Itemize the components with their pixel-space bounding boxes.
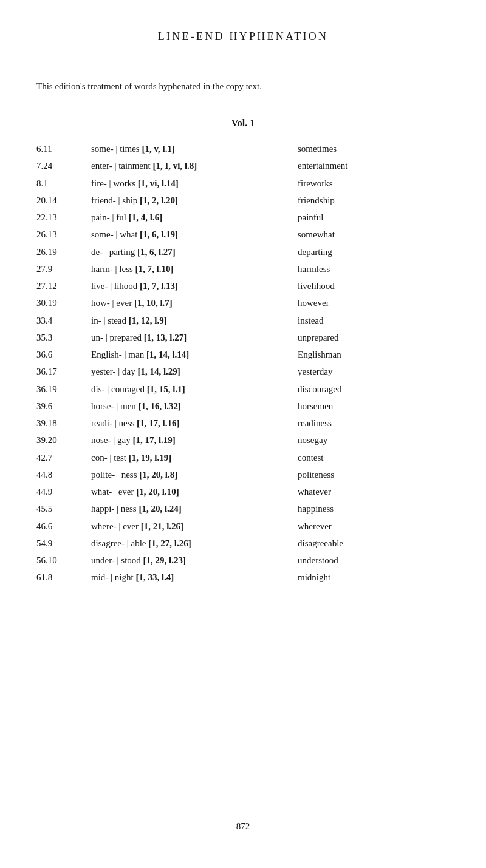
word-cell: somewhat xyxy=(298,226,450,243)
ref-cell: 35.3 xyxy=(36,329,91,346)
hyphen-cell: horse- | men [1, 16, l.32] xyxy=(91,398,298,415)
page-title: LINE-END HYPHENATION xyxy=(36,30,450,43)
hyphen-cell: enter- | tainment [1, I, vi, l.8] xyxy=(91,158,298,175)
hyphen-cell: in- | stead [1, 12, l.9] xyxy=(91,312,298,329)
hyphen-cell: fire- | works [1, vi, l.14] xyxy=(91,175,298,192)
word-cell: yesterday xyxy=(298,364,450,381)
ref-cell: 46.6 xyxy=(36,518,91,535)
table-row: 44.8polite- | ness [1, 20, l.8]politenes… xyxy=(36,466,450,483)
hyphen-cell: what- | ever [1, 20, l.10] xyxy=(91,484,298,501)
table-row: 8.1fire- | works [1, vi, l.14]fireworks xyxy=(36,175,450,192)
ref-cell: 30.19 xyxy=(36,295,91,312)
hyphen-cell: polite- | ness [1, 20, l.8] xyxy=(91,466,298,483)
table-row: 42.7con- | test [1, 19, l.19]contest xyxy=(36,449,450,466)
table-row: 30.19how- | ever [1, 10, l.7]however xyxy=(36,295,450,312)
hyphen-cell: mid- | night [1, 33, l.4] xyxy=(91,569,298,586)
page-number: 872 xyxy=(36,803,450,832)
table-row: 45.5happi- | ness [1, 20, l.24]happiness xyxy=(36,501,450,518)
word-cell: fireworks xyxy=(298,175,450,192)
table-row: 36.17yester- | day [1, 14, l.29]yesterda… xyxy=(36,364,450,381)
table-row: 22.13pain- | ful [1, 4, l.6]painful xyxy=(36,209,450,226)
page: LINE-END HYPHENATION This edition's trea… xyxy=(0,0,486,868)
word-cell: livelihood xyxy=(298,278,450,295)
word-cell: politeness xyxy=(298,466,450,483)
ref-cell: 56.10 xyxy=(36,552,91,569)
hyphen-cell: under- | stood [1, 29, l.23] xyxy=(91,552,298,569)
ref-cell: 42.7 xyxy=(36,449,91,466)
table-row: 46.6where- | ever [1, 21, l.26]wherever xyxy=(36,518,450,535)
ref-cell: 61.8 xyxy=(36,569,91,586)
hyphen-cell: live- | lihood [1, 7, l.13] xyxy=(91,278,298,295)
word-cell: discouraged xyxy=(298,381,450,398)
hyphen-cell: un- | prepared [1, 13, l.27] xyxy=(91,329,298,346)
word-cell: midnight xyxy=(298,569,450,586)
ref-cell: 26.13 xyxy=(36,226,91,243)
ref-cell: 20.14 xyxy=(36,192,91,209)
hyphen-cell: English- | man [1, 14, l.14] xyxy=(91,347,298,364)
word-cell: disagreeable xyxy=(298,535,450,552)
ref-cell: 36.19 xyxy=(36,381,91,398)
word-cell: whatever xyxy=(298,484,450,501)
table-row: 36.19dis- | couraged [1, 15, l.1]discour… xyxy=(36,381,450,398)
table-row: 27.12live- | lihood [1, 7, l.13]liveliho… xyxy=(36,278,450,295)
ref-cell: 36.17 xyxy=(36,364,91,381)
table-row: 61.8mid- | night [1, 33, l.4]midnight xyxy=(36,569,450,586)
ref-cell: 27.9 xyxy=(36,260,91,277)
table-row: 56.10under- | stood [1, 29, l.23]underst… xyxy=(36,552,450,569)
table-row: 20.14friend- | ship [1, 2, l.20]friendsh… xyxy=(36,192,450,209)
word-cell: readiness xyxy=(298,415,450,432)
table-row: 44.9what- | ever [1, 20, l.10]whatever xyxy=(36,484,450,501)
ref-cell: 39.18 xyxy=(36,415,91,432)
ref-cell: 44.9 xyxy=(36,484,91,501)
ref-cell: 27.12 xyxy=(36,278,91,295)
word-cell: departing xyxy=(298,243,450,260)
hyphen-cell: disagree- | able [1, 27, l.26] xyxy=(91,535,298,552)
entry-table: 6.11some- | times [1, v, l.1]sometimes7.… xyxy=(36,141,450,587)
word-cell: contest xyxy=(298,449,450,466)
word-cell: friendship xyxy=(298,192,450,209)
hyphen-cell: con- | test [1, 19, l.19] xyxy=(91,449,298,466)
ref-cell: 45.5 xyxy=(36,501,91,518)
table-row: 39.20nose- | gay [1, 17, l.19]nosegay xyxy=(36,432,450,449)
word-cell: entertainment xyxy=(298,158,450,175)
table-row: 36.6English- | man [1, 14, l.14]Englishm… xyxy=(36,347,450,364)
word-cell: sometimes xyxy=(298,141,450,158)
word-cell: unprepared xyxy=(298,329,450,346)
ref-cell: 44.8 xyxy=(36,466,91,483)
vol-heading: Vol. 1 xyxy=(36,118,450,129)
word-cell: horsemen xyxy=(298,398,450,415)
ref-cell: 39.20 xyxy=(36,432,91,449)
intro-text: This edition's treatment of words hyphen… xyxy=(36,80,450,93)
word-cell: Englishman xyxy=(298,347,450,364)
hyphen-cell: where- | ever [1, 21, l.26] xyxy=(91,518,298,535)
table-row: 54.9disagree- | able [1, 27, l.26]disagr… xyxy=(36,535,450,552)
table-row: 27.9harm- | less [1, 7, l.10]harmless xyxy=(36,260,450,277)
hyphen-cell: harm- | less [1, 7, l.10] xyxy=(91,260,298,277)
ref-cell: 26.19 xyxy=(36,243,91,260)
ref-cell: 54.9 xyxy=(36,535,91,552)
ref-cell: 36.6 xyxy=(36,347,91,364)
word-cell: painful xyxy=(298,209,450,226)
word-cell: happiness xyxy=(298,501,450,518)
table-row: 26.13some- | what [1, 6, l.19]somewhat xyxy=(36,226,450,243)
ref-cell: 8.1 xyxy=(36,175,91,192)
hyphen-cell: friend- | ship [1, 2, l.20] xyxy=(91,192,298,209)
ref-cell: 7.24 xyxy=(36,158,91,175)
table-row: 39.18readi- | ness [1, 17, l.16]readines… xyxy=(36,415,450,432)
table-row: 35.3un- | prepared [1, 13, l.27]unprepar… xyxy=(36,329,450,346)
hyphen-cell: happi- | ness [1, 20, l.24] xyxy=(91,501,298,518)
table-row: 39.6horse- | men [1, 16, l.32]horsemen xyxy=(36,398,450,415)
word-cell: however xyxy=(298,295,450,312)
ref-cell: 39.6 xyxy=(36,398,91,415)
hyphen-cell: some- | times [1, v, l.1] xyxy=(91,141,298,158)
ref-cell: 33.4 xyxy=(36,312,91,329)
hyphen-cell: de- | parting [1, 6, l.27] xyxy=(91,243,298,260)
hyphen-cell: some- | what [1, 6, l.19] xyxy=(91,226,298,243)
hyphen-cell: yester- | day [1, 14, l.29] xyxy=(91,364,298,381)
table-row: 7.24enter- | tainment [1, I, vi, l.8]ent… xyxy=(36,158,450,175)
hyphen-cell: dis- | couraged [1, 15, l.1] xyxy=(91,381,298,398)
ref-cell: 6.11 xyxy=(36,141,91,158)
word-cell: wherever xyxy=(298,518,450,535)
hyphen-cell: nose- | gay [1, 17, l.19] xyxy=(91,432,298,449)
word-cell: nosegay xyxy=(298,432,450,449)
